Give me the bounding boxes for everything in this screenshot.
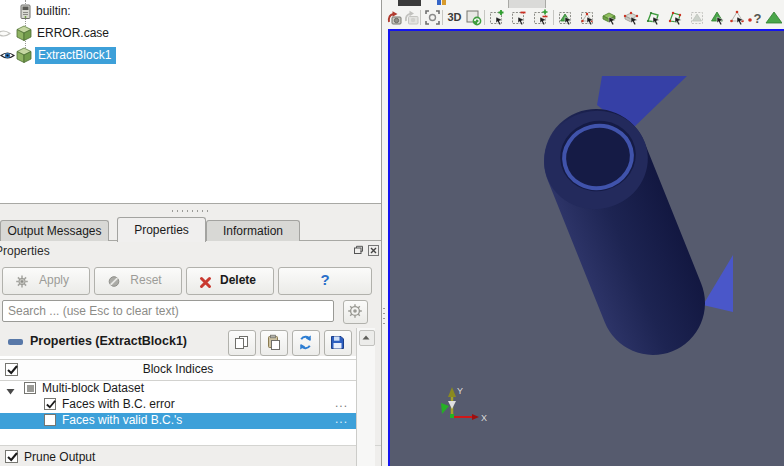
arrow-up-icon — [360, 332, 372, 344]
vertical-scrollbar[interactable] — [356, 328, 375, 466]
copy-properties-button[interactable] — [228, 330, 256, 356]
pipeline-browser: builtin: ERROR.case ExtractBlock1 — [0, 0, 381, 204]
clipped-tab — [508, 0, 546, 8]
dock-title-bar: Properties — [0, 241, 381, 262]
tab-information[interactable]: Information — [206, 220, 300, 241]
render-viewport[interactable]: X Y — [388, 29, 784, 466]
faces-error-checkbox[interactable] — [44, 398, 56, 410]
tab-properties[interactable]: Properties — [117, 217, 206, 242]
select-block-points-icon[interactable] — [623, 9, 640, 26]
close-dock-icon[interactable] — [367, 244, 381, 258]
refresh-icon — [297, 334, 314, 351]
refresh-properties-button[interactable] — [292, 330, 320, 356]
paste-icon — [265, 334, 282, 351]
pipeline-item-error-case[interactable]: ERROR.case — [0, 24, 381, 44]
panel-splitter-horizontal[interactable] — [0, 204, 381, 217]
axis-y-label: Y — [457, 386, 463, 396]
clipped-color-icon — [437, 0, 441, 5]
tree-row-faces-valid[interactable]: Faces with valid B.C.'s ... — [0, 413, 356, 429]
delete-x-icon — [199, 273, 212, 297]
select-cells-polygon-icon[interactable] — [557, 9, 574, 26]
select-cells-through-icon[interactable] — [532, 9, 549, 26]
search-options-button[interactable] — [343, 300, 368, 324]
reset-button[interactable]: Reset — [94, 267, 182, 295]
prune-output-label: Prune Output — [24, 450, 95, 464]
panel-splitter-vertical[interactable] — [383, 306, 385, 326]
server-icon — [20, 4, 31, 23]
toolbar-separator — [484, 10, 485, 25]
block-indices-panel: Block Indices Multi-block Dataset Faces … — [0, 356, 356, 445]
select-cells-clipped-icon[interactable] — [765, 9, 782, 26]
save-properties-button[interactable] — [324, 330, 352, 356]
left-dock-area: builtin: ERROR.case ExtractBlock1 — [0, 0, 382, 466]
camera-undo-icon[interactable] — [386, 9, 403, 26]
collapse-icon[interactable] — [8, 339, 23, 345]
pipeline-item-label-selected[interactable]: ExtractBlock1 — [35, 47, 116, 64]
pipeline-item-label[interactable]: builtin: — [36, 4, 71, 18]
tree-row-multiblock[interactable]: Multi-block Dataset — [0, 381, 356, 397]
block-indices-header: Block Indices — [0, 359, 356, 381]
select-disabled-icon[interactable] — [689, 9, 706, 26]
multiblock-checkbox-partial[interactable] — [24, 382, 36, 394]
view-toolbar: 3D? — [382, 8, 784, 29]
block-indices-label: Block Indices — [0, 362, 356, 376]
paraview-window: builtin: ERROR.case ExtractBlock1 — [0, 0, 784, 466]
pipeline-item-label[interactable]: ERROR.case — [37, 26, 109, 40]
copy-icon — [233, 334, 250, 351]
paste-properties-button[interactable] — [260, 330, 288, 356]
search-input[interactable] — [2, 300, 334, 322]
axis-x-label: X — [481, 413, 487, 423]
camera-redo-icon[interactable] — [403, 9, 420, 26]
gear-icon — [346, 302, 364, 323]
zoom-to-box-icon[interactable] — [424, 9, 441, 26]
reset-slash-icon — [107, 273, 121, 297]
dock-title: Properties — [0, 244, 50, 258]
toggle-2d-3d-button[interactable]: 3D — [445, 9, 464, 26]
select-points-on-icon[interactable] — [510, 9, 527, 26]
faces-valid-checkbox[interactable] — [44, 414, 56, 426]
toolbar-separator — [420, 10, 421, 25]
interactive-select-cells-icon[interactable] — [709, 9, 726, 26]
tree-row-faces-error[interactable]: Faces with B.C. error ... — [0, 397, 356, 413]
select-points-polygon-icon[interactable] — [579, 9, 596, 26]
select-block-icon[interactable] — [601, 9, 618, 26]
properties-group-header: Properties (ExtractBlock1) — [0, 328, 356, 356]
clipped-top-toolbar — [382, 0, 784, 8]
toolbar-separator — [442, 10, 443, 25]
float-dock-icon[interactable] — [352, 244, 366, 258]
visibility-eye-icon[interactable] — [0, 50, 15, 64]
cube-icon — [15, 47, 33, 67]
clipped-icon — [398, 0, 421, 6]
apply-button[interactable]: Apply — [2, 267, 90, 295]
hover-points-icon[interactable]: ? — [747, 9, 764, 26]
select-frustum-cells-icon[interactable] — [645, 9, 662, 26]
scroll-up-button[interactable] — [359, 330, 375, 346]
question-mark-icon: ? — [320, 271, 329, 288]
interactive-select-points-icon[interactable] — [729, 9, 746, 26]
prune-output-checkbox[interactable] — [5, 450, 18, 463]
clipped-color-icon — [442, 0, 446, 5]
select-cells-on-icon[interactable] — [488, 9, 505, 26]
adjust-camera-icon[interactable] — [465, 9, 482, 26]
apply-gear-icon — [15, 273, 29, 297]
dock-tab-bar: Output Messages Properties Information — [0, 217, 381, 241]
help-button[interactable]: ? — [278, 267, 372, 295]
render-scene: X Y — [390, 31, 784, 466]
properties-group-title: Properties (ExtractBlock1) — [30, 334, 187, 348]
tab-output-messages[interactable]: Output Messages — [0, 220, 109, 241]
tree-row-label: Faces with B.C. error — [62, 397, 175, 411]
pipeline-item-builtin[interactable]: builtin: — [0, 2, 381, 22]
row-options-ellipsis[interactable]: ... — [335, 412, 348, 426]
toolbar-separator — [553, 10, 554, 25]
cube-icon — [15, 25, 33, 45]
visibility-eye-icon[interactable] — [0, 28, 11, 42]
splitter-handle — [170, 210, 210, 212]
prune-output-row: Prune Output — [0, 445, 381, 466]
render-view-area: 3D? — [382, 0, 784, 466]
delete-button[interactable]: Delete — [186, 267, 274, 295]
select-frustum-points-icon[interactable] — [667, 9, 684, 26]
save-icon — [329, 334, 346, 351]
row-options-ellipsis[interactable]: ... — [335, 396, 348, 410]
pipeline-item-extractblock1[interactable]: ExtractBlock1 — [0, 46, 381, 66]
tree-row-label: Faces with valid B.C.'s — [62, 413, 182, 427]
